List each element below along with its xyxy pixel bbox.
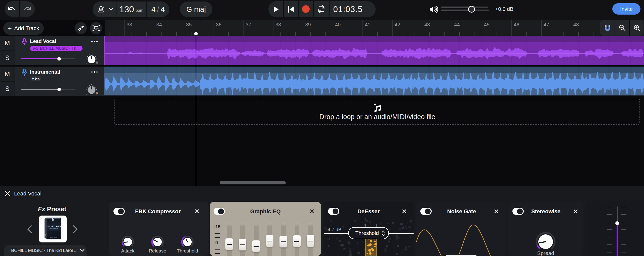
svg-text:L: L bbox=[86, 61, 87, 65]
svg-text:L: L bbox=[86, 91, 87, 95]
svg-text:b: b bbox=[52, 218, 54, 221]
svg-text:R: R bbox=[96, 61, 98, 65]
svg-text:BCHILL: BCHILL bbox=[52, 222, 55, 223]
svg-text:THE KID LAROI: THE KID LAROI bbox=[46, 225, 61, 227]
svg-text:b: b bbox=[44, 234, 46, 236]
svg-text:BCHILL MUSIC: BCHILL MUSIC bbox=[50, 237, 57, 238]
svg-text:VOCAL PRESET: VOCAL PRESET bbox=[49, 228, 58, 230]
svg-text:R: R bbox=[96, 91, 98, 95]
